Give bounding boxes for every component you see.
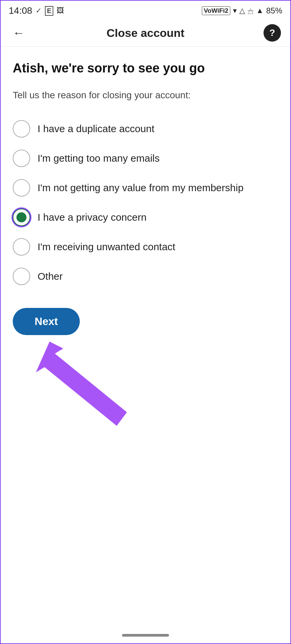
- main-heading: Atish, we're sorry to see you go: [13, 60, 278, 76]
- next-button[interactable]: Next: [13, 308, 80, 335]
- radio-circle-duplicate: [13, 120, 30, 138]
- back-button[interactable]: ←: [10, 24, 27, 41]
- home-indicator: [122, 634, 169, 637]
- radio-item-other[interactable]: Other: [13, 262, 278, 291]
- status-time: 14:08: [9, 5, 32, 16]
- radio-item-emails[interactable]: I'm getting too many emails: [13, 144, 278, 173]
- status-bar: 14:08 ✓ E 🖼 VoWiFi2 ▾ △ △ ▲ 85%: [1, 1, 290, 19]
- signal-icon2: △: [248, 6, 253, 15]
- radio-item-duplicate[interactable]: I have a duplicate account: [13, 114, 278, 144]
- radio-circle-other: [13, 268, 30, 285]
- wifi-icon: ▾: [233, 6, 237, 15]
- arrow-annotation: [13, 332, 278, 432]
- check-icon: ✓: [36, 6, 42, 15]
- battery-percent: 85%: [266, 6, 282, 15]
- help-button[interactable]: ?: [264, 24, 281, 42]
- radio-item-privacy[interactable]: I have a privacy concern: [13, 203, 278, 232]
- radio-label-no-value: I'm not getting any value from my member…: [38, 182, 243, 194]
- top-nav: ← Close account ?: [1, 19, 290, 47]
- radio-circle-privacy: [13, 209, 30, 226]
- svg-marker-0: [36, 342, 127, 426]
- signal-icon3: ▲: [256, 6, 264, 15]
- image-icon: 🖼: [57, 6, 64, 15]
- reason-radio-group: I have a duplicate account I'm getting t…: [13, 114, 278, 291]
- radio-item-unwanted[interactable]: I'm receiving unwanted contact: [13, 232, 278, 262]
- radio-circle-emails: [13, 150, 30, 167]
- radio-label-other: Other: [38, 271, 63, 282]
- radio-label-emails: I'm getting too many emails: [38, 153, 160, 164]
- status-right: VoWiFi2 ▾ △ △ ▲ 85%: [202, 6, 282, 15]
- radio-label-unwanted: I'm receiving unwanted contact: [38, 241, 175, 253]
- radio-label-duplicate: I have a duplicate account: [38, 123, 155, 135]
- page-title: Close account: [107, 26, 184, 40]
- main-content: Atish, we're sorry to see you go Tell us…: [1, 47, 290, 446]
- radio-circle-no-value: [13, 179, 30, 197]
- reason-subheading: Tell us the reason for closing your acco…: [13, 89, 278, 102]
- arrow-svg: [13, 332, 140, 432]
- vowifi-icon: VoWiFi2: [202, 6, 230, 15]
- square-icon: E: [45, 6, 53, 16]
- radio-item-no-value[interactable]: I'm not getting any value from my member…: [13, 173, 278, 203]
- signal-icon1: △: [239, 6, 245, 15]
- status-left: 14:08 ✓ E 🖼: [9, 5, 64, 16]
- radio-label-privacy: I have a privacy concern: [38, 212, 147, 223]
- radio-circle-unwanted: [13, 238, 30, 256]
